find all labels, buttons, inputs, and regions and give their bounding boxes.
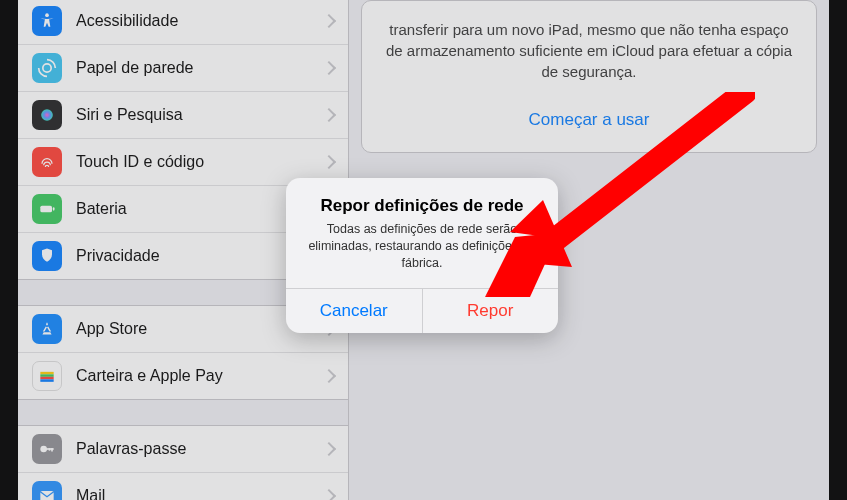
privacy-icon	[32, 241, 62, 271]
device-bezel-left	[0, 0, 18, 500]
alert-title: Repor definições de rede	[302, 196, 542, 216]
battery-icon	[32, 194, 62, 224]
sidebar-item-passwords[interactable]: Palavras-passe	[18, 426, 348, 473]
wallet-icon	[32, 361, 62, 391]
sidebar-item-label: Acessibilidade	[76, 12, 178, 30]
svg-rect-6	[40, 374, 53, 377]
cancel-button[interactable]: Cancelar	[286, 289, 423, 333]
sidebar-item-mail[interactable]: Mail	[18, 473, 348, 500]
passwords-icon	[32, 434, 62, 464]
sidebar-item-accessibility[interactable]: Acessibilidade	[18, 0, 348, 45]
sidebar-item-label: Siri e Pesquisa	[76, 106, 183, 124]
svg-point-0	[45, 13, 49, 17]
svg-rect-11	[51, 448, 53, 451]
svg-rect-7	[40, 377, 53, 380]
svg-rect-8	[40, 379, 53, 382]
svg-rect-4	[53, 207, 55, 210]
sidebar-item-label: Touch ID e código	[76, 153, 204, 171]
svg-point-1	[43, 64, 51, 72]
svg-rect-13	[40, 491, 53, 500]
sidebar-item-label: App Store	[76, 320, 147, 338]
device-bezel-right	[829, 0, 847, 500]
mail-icon	[32, 481, 62, 500]
sidebar-item-siri[interactable]: Siri e Pesquisa	[18, 92, 348, 139]
card-description: transferir para um novo iPad, mesmo que …	[384, 19, 794, 82]
svg-point-2	[41, 109, 53, 121]
wallpaper-icon	[32, 53, 62, 83]
sidebar-item-label: Mail	[76, 487, 105, 500]
svg-rect-12	[49, 448, 51, 451]
svg-rect-3	[40, 206, 52, 213]
prepare-ipad-card: transferir para um novo iPad, mesmo que …	[361, 0, 817, 153]
sidebar-item-label: Papel de parede	[76, 59, 193, 77]
alert-message: Todas as definições de rede serão elimin…	[302, 221, 542, 272]
sidebar-item-wallpaper[interactable]: Papel de parede	[18, 45, 348, 92]
siri-icon	[32, 100, 62, 130]
reset-button[interactable]: Repor	[423, 289, 559, 333]
sidebar-item-label: Palavras-passe	[76, 440, 186, 458]
sidebar-item-label: Privacidade	[76, 247, 160, 265]
sidebar-item-label: Bateria	[76, 200, 127, 218]
svg-rect-5	[40, 372, 53, 375]
svg-point-9	[40, 446, 47, 453]
get-started-link[interactable]: Começar a usar	[384, 110, 794, 130]
reset-network-alert: Repor definições de rede Todas as defini…	[286, 178, 558, 333]
alert-buttons: Cancelar Repor	[286, 288, 558, 333]
sidebar-group-accounts: Palavras-passe Mail	[18, 425, 348, 500]
touchid-icon	[32, 147, 62, 177]
alert-body: Repor definições de rede Todas as defini…	[286, 178, 558, 288]
accessibility-icon	[32, 6, 62, 36]
sidebar-item-label: Carteira e Apple Pay	[76, 367, 223, 385]
appstore-icon	[32, 314, 62, 344]
sidebar-item-wallet[interactable]: Carteira e Apple Pay	[18, 353, 348, 399]
